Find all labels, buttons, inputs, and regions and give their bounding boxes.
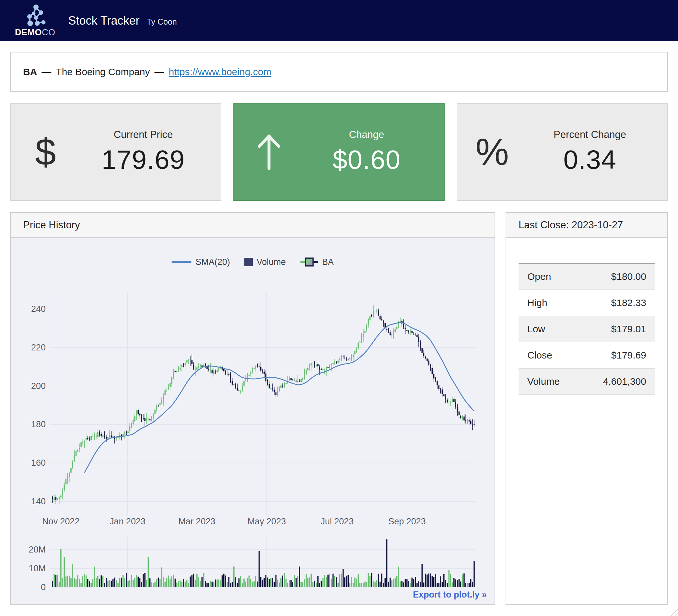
export-plotly-link[interactable]: Export to plot.ly » xyxy=(413,590,487,600)
brand-text: DEMOCO xyxy=(15,28,55,38)
dollar-icon: $ xyxy=(11,133,80,171)
table-row-volume: Volume 4,601,300 xyxy=(519,369,655,395)
legend-label: SMA(20) xyxy=(195,257,230,267)
row-label: High xyxy=(519,290,580,316)
svg-text:Jul 2023: Jul 2023 xyxy=(321,517,353,526)
percent-change-card: % Percent Change 0.34 xyxy=(457,103,668,201)
price-history-chart-area: Nov 2022Jan 2023Mar 2023May 2023Jul 2023… xyxy=(11,238,495,604)
app-header: DEMOCO Stock Tracker Ty Coon xyxy=(0,0,678,41)
main-content: Price History Nov 2022Jan 2023Mar 2023Ma… xyxy=(10,212,668,605)
ohlc-table: Open $180.00 High $182.33 Low $179.01 Cl… xyxy=(519,263,655,395)
svg-text:140: 140 xyxy=(31,496,46,506)
svg-text:180: 180 xyxy=(31,419,46,429)
svg-text:Sep 2023: Sep 2023 xyxy=(388,517,426,526)
current-price-label: Current Price xyxy=(114,129,173,140)
sma-line-swatch xyxy=(172,261,192,263)
svg-text:May 2023: May 2023 xyxy=(248,517,286,526)
svg-text:240: 240 xyxy=(31,304,46,314)
row-value: 4,601,300 xyxy=(580,369,655,395)
democo-logo: DEMOCO xyxy=(15,4,55,38)
legend-item-ba[interactable]: BA xyxy=(300,256,334,268)
svg-text:200: 200 xyxy=(31,381,46,391)
price-history-header: Price History xyxy=(11,213,495,238)
chart-legend: SMA(20)VolumeBA xyxy=(11,256,495,268)
legend-label: Volume xyxy=(257,257,286,267)
separator-dash: — xyxy=(41,67,51,77)
current-price-value: 179.69 xyxy=(102,145,185,175)
change-label: Change xyxy=(349,129,384,140)
svg-text:10M: 10M xyxy=(29,564,46,573)
percent-change-label: Percent Change xyxy=(554,129,626,140)
table-row-open: Open $180.00 xyxy=(519,263,655,290)
row-label: Volume xyxy=(519,369,580,395)
percent-icon: % xyxy=(457,133,527,171)
company-name: The Boeing Company xyxy=(56,67,150,77)
separator-dash: — xyxy=(155,67,164,77)
row-value: $180.00 xyxy=(580,263,655,290)
svg-text:220: 220 xyxy=(31,343,46,353)
change-card: Change $0.60 xyxy=(233,103,445,201)
svg-text:20M: 20M xyxy=(29,545,46,555)
price-history-panel: Price History Nov 2022Jan 2023Mar 2023Ma… xyxy=(10,212,495,605)
svg-text:0: 0 xyxy=(41,582,46,592)
price-history-chart[interactable]: Nov 2022Jan 2023Mar 2023May 2023Jul 2023… xyxy=(11,238,495,604)
change-value: $0.60 xyxy=(333,145,401,175)
svg-text:Nov 2022: Nov 2022 xyxy=(42,517,80,526)
resize-grip[interactable] xyxy=(669,607,678,616)
table-row-low: Low $179.01 xyxy=(519,316,655,342)
svg-text:Mar 2023: Mar 2023 xyxy=(179,517,216,526)
row-label: Low xyxy=(519,316,580,342)
candlestick-swatch xyxy=(300,256,318,268)
legend-label: BA xyxy=(322,257,334,267)
ticker-symbol: BA xyxy=(23,67,37,77)
row-value: $182.33 xyxy=(580,290,655,316)
last-close-panel: Last Close: 2023-10-27 Open $180.00 High… xyxy=(505,212,668,605)
ticker-summary-card: BA — The Boeing Company — https://www.bo… xyxy=(10,52,668,92)
row-label: Close xyxy=(519,342,580,369)
current-price-card: $ Current Price 179.69 xyxy=(10,103,221,201)
page-subtitle: Ty Coon xyxy=(147,14,177,27)
row-value: $179.69 xyxy=(580,342,655,369)
company-website-link[interactable]: https://www.boeing.com xyxy=(169,67,272,77)
table-row-high: High $182.33 xyxy=(519,290,655,316)
table-row-close: Close $179.69 xyxy=(519,342,655,369)
democo-molecule-icon xyxy=(23,4,47,27)
page-title: Stock Tracker xyxy=(68,14,140,28)
stats-row: $ Current Price 179.69 Change $0.60 % Pe… xyxy=(10,103,668,201)
row-value: $179.01 xyxy=(580,316,655,342)
svg-text:Jan 2023: Jan 2023 xyxy=(110,517,146,526)
last-close-body: Open $180.00 High $182.33 Low $179.01 Cl… xyxy=(506,238,667,604)
last-close-header: Last Close: 2023-10-27 xyxy=(506,213,667,238)
volume-swatch xyxy=(244,258,253,266)
row-label: Open xyxy=(519,263,580,290)
svg-text:160: 160 xyxy=(31,458,46,468)
percent-change-value: 0.34 xyxy=(563,145,616,175)
legend-item-volume[interactable]: Volume xyxy=(244,257,286,267)
arrow-up-icon xyxy=(234,131,304,172)
legend-item-sma-20-[interactable]: SMA(20) xyxy=(172,257,230,267)
